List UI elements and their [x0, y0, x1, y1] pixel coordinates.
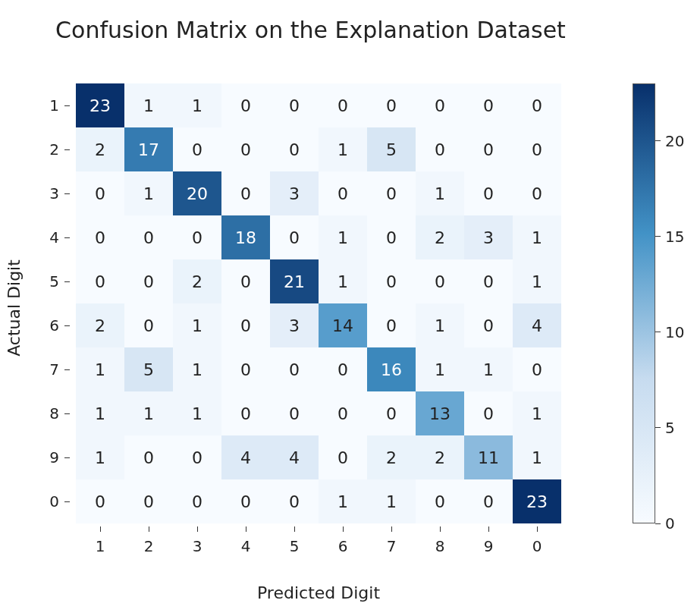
- heatmap-cell: 0: [367, 391, 416, 435]
- colorbar-tick: 20: [655, 132, 684, 150]
- heatmap-cell: 0: [367, 83, 416, 127]
- confusion-matrix-figure: Confusion Matrix on the Explanation Data…: [0, 0, 697, 616]
- heatmap-cell: 1: [173, 83, 221, 127]
- x-tick: 4: [221, 526, 270, 557]
- heatmap-cell: 0: [173, 435, 221, 479]
- colorbar-tick: 0: [655, 514, 675, 533]
- y-tick: 5: [0, 259, 76, 303]
- heatmap-cell: 0: [76, 259, 124, 303]
- heatmap-cell: 0: [464, 127, 513, 171]
- heatmap-cell: 0: [76, 479, 124, 523]
- heatmap-cell: 23: [76, 83, 124, 127]
- heatmap-cell: 0: [76, 171, 124, 215]
- heatmap-cell: 0: [221, 127, 270, 171]
- heatmap-cell: 23: [513, 479, 561, 523]
- heatmap-cell: 1: [464, 347, 513, 391]
- heatmap-cell: 0: [76, 215, 124, 259]
- heatmap-cell: 0: [464, 83, 513, 127]
- heatmap-cell: 0: [124, 435, 173, 479]
- heatmap-cell: 0: [270, 83, 319, 127]
- y-tick: 3: [0, 171, 76, 215]
- heatmap-cell: 0: [173, 215, 221, 259]
- heatmap-cell: 0: [367, 259, 416, 303]
- heatmap-cell: 0: [319, 391, 367, 435]
- heatmap-cell: 1: [416, 171, 464, 215]
- heatmap-cell: 1: [319, 479, 367, 523]
- heatmap-cell: 0: [221, 171, 270, 215]
- heatmap-cell: 20: [173, 171, 221, 215]
- heatmap-cell: 1: [173, 347, 221, 391]
- heatmap-cell: 0: [173, 127, 221, 171]
- heatmap-cell: 0: [221, 303, 270, 347]
- colorbar-tick: 5: [655, 419, 675, 437]
- heatmap-cell: 1: [124, 171, 173, 215]
- heatmap-cell: 3: [270, 303, 319, 347]
- heatmap-cell: 13: [416, 391, 464, 435]
- heatmap-cell: 21: [270, 259, 319, 303]
- heatmap-cell: 5: [367, 127, 416, 171]
- heatmap-cell: 2: [367, 435, 416, 479]
- y-axis-ticks: 1234567890: [0, 83, 76, 523]
- heatmap-cell: 0: [124, 215, 173, 259]
- heatmap-cell: 0: [124, 303, 173, 347]
- heatmap-cell: 3: [270, 171, 319, 215]
- x-tick: 9: [464, 526, 513, 557]
- x-tick: 8: [416, 526, 464, 557]
- heatmap-cell: 1: [416, 303, 464, 347]
- heatmap-cell: 0: [513, 83, 561, 127]
- heatmap-cell: 0: [367, 303, 416, 347]
- y-tick: 2: [0, 127, 76, 171]
- x-axis-label: Predicted Digit: [76, 583, 561, 602]
- heatmap-cell: 0: [319, 435, 367, 479]
- heatmap-cell: 0: [221, 479, 270, 523]
- heatmap-plot-area: 2311000000021700015000012003001000001801…: [76, 83, 561, 523]
- heatmap-cell: 1: [513, 259, 561, 303]
- heatmap-cell: 2: [76, 303, 124, 347]
- heatmap-cell: 0: [270, 347, 319, 391]
- heatmap-cell: 1: [416, 347, 464, 391]
- heatmap-cell: 4: [513, 303, 561, 347]
- heatmap-cell: 0: [367, 171, 416, 215]
- x-axis-ticks: 1234567890: [76, 526, 561, 557]
- heatmap-cell: 2: [173, 259, 221, 303]
- heatmap-cell: 0: [270, 479, 319, 523]
- heatmap-cell: 0: [124, 259, 173, 303]
- heatmap-cell: 4: [221, 435, 270, 479]
- heatmap-cell: 0: [416, 127, 464, 171]
- heatmap-cell: 0: [124, 479, 173, 523]
- heatmap-cell: 1: [76, 347, 124, 391]
- heatmap-cell: 0: [367, 215, 416, 259]
- x-tick: 2: [124, 526, 173, 557]
- heatmap-cell: 0: [464, 259, 513, 303]
- heatmap-cell: 0: [221, 347, 270, 391]
- heatmap-cell: 16: [367, 347, 416, 391]
- heatmap-cell: 14: [319, 303, 367, 347]
- heatmap-cell: 1: [367, 479, 416, 523]
- heatmap-cell: 0: [416, 259, 464, 303]
- chart-title: Confusion Matrix on the Explanation Data…: [0, 17, 621, 43]
- heatmap-cell: 1: [76, 391, 124, 435]
- heatmap-cell: 4: [270, 435, 319, 479]
- colorbar: 05101520: [633, 83, 655, 523]
- x-tick: 1: [76, 526, 124, 557]
- heatmap-cell: 5: [124, 347, 173, 391]
- heatmap-cell: 1: [513, 435, 561, 479]
- y-tick: 8: [0, 391, 76, 435]
- heatmap-cell: 1: [173, 303, 221, 347]
- heatmap-cell: 18: [221, 215, 270, 259]
- heatmap-cell: 0: [416, 83, 464, 127]
- heatmap-cell: 1: [124, 391, 173, 435]
- heatmap-cell: 0: [319, 347, 367, 391]
- y-tick: 4: [0, 215, 76, 259]
- heatmap-grid: 2311000000021700015000012003001000001801…: [76, 83, 561, 523]
- y-tick: 6: [0, 303, 76, 347]
- heatmap-cell: 0: [270, 127, 319, 171]
- heatmap-cell: 1: [76, 435, 124, 479]
- y-tick: 9: [0, 435, 76, 479]
- x-tick: 7: [367, 526, 416, 557]
- x-tick: 6: [319, 526, 367, 557]
- heatmap-cell: 0: [464, 391, 513, 435]
- heatmap-cell: 0: [513, 347, 561, 391]
- heatmap-cell: 0: [221, 83, 270, 127]
- heatmap-cell: 1: [319, 127, 367, 171]
